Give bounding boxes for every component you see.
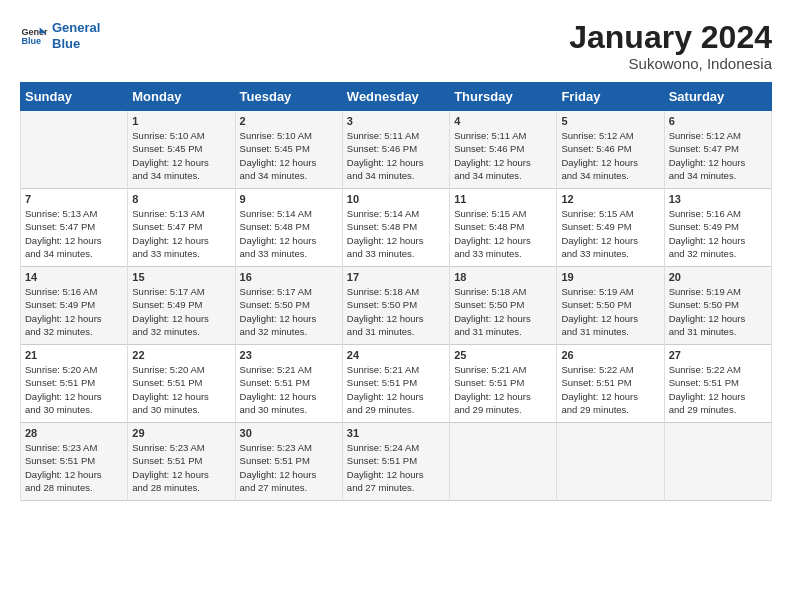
table-row: 5Sunrise: 5:12 AMSunset: 5:46 PMDaylight… <box>557 111 664 189</box>
table-row: 3Sunrise: 5:11 AMSunset: 5:46 PMDaylight… <box>342 111 449 189</box>
day-info: Sunrise: 5:21 AMSunset: 5:51 PMDaylight:… <box>454 363 552 416</box>
day-info: Sunrise: 5:11 AMSunset: 5:46 PMDaylight:… <box>454 129 552 182</box>
table-row: 30Sunrise: 5:23 AMSunset: 5:51 PMDayligh… <box>235 423 342 501</box>
day-info: Sunrise: 5:23 AMSunset: 5:51 PMDaylight:… <box>132 441 230 494</box>
col-tuesday: Tuesday <box>235 83 342 111</box>
table-row: 2Sunrise: 5:10 AMSunset: 5:45 PMDaylight… <box>235 111 342 189</box>
table-row: 16Sunrise: 5:17 AMSunset: 5:50 PMDayligh… <box>235 267 342 345</box>
table-row: 10Sunrise: 5:14 AMSunset: 5:48 PMDayligh… <box>342 189 449 267</box>
col-wednesday: Wednesday <box>342 83 449 111</box>
table-row: 19Sunrise: 5:19 AMSunset: 5:50 PMDayligh… <box>557 267 664 345</box>
day-info: Sunrise: 5:22 AMSunset: 5:51 PMDaylight:… <box>669 363 767 416</box>
table-row: 27Sunrise: 5:22 AMSunset: 5:51 PMDayligh… <box>664 345 771 423</box>
day-number: 31 <box>347 427 445 439</box>
day-number: 19 <box>561 271 659 283</box>
day-info: Sunrise: 5:21 AMSunset: 5:51 PMDaylight:… <box>240 363 338 416</box>
day-number: 13 <box>669 193 767 205</box>
day-info: Sunrise: 5:10 AMSunset: 5:45 PMDaylight:… <box>132 129 230 182</box>
day-number: 24 <box>347 349 445 361</box>
day-number: 29 <box>132 427 230 439</box>
table-row: 12Sunrise: 5:15 AMSunset: 5:49 PMDayligh… <box>557 189 664 267</box>
day-number: 11 <box>454 193 552 205</box>
day-info: Sunrise: 5:17 AMSunset: 5:49 PMDaylight:… <box>132 285 230 338</box>
day-info: Sunrise: 5:18 AMSunset: 5:50 PMDaylight:… <box>347 285 445 338</box>
day-number: 26 <box>561 349 659 361</box>
table-row <box>450 423 557 501</box>
col-saturday: Saturday <box>664 83 771 111</box>
day-info: Sunrise: 5:24 AMSunset: 5:51 PMDaylight:… <box>347 441 445 494</box>
table-row: 8Sunrise: 5:13 AMSunset: 5:47 PMDaylight… <box>128 189 235 267</box>
table-row: 31Sunrise: 5:24 AMSunset: 5:51 PMDayligh… <box>342 423 449 501</box>
day-number: 2 <box>240 115 338 127</box>
col-sunday: Sunday <box>21 83 128 111</box>
table-row: 25Sunrise: 5:21 AMSunset: 5:51 PMDayligh… <box>450 345 557 423</box>
logo-icon: General Blue <box>20 22 48 50</box>
logo-line1: General <box>52 20 100 35</box>
day-number: 4 <box>454 115 552 127</box>
page-container: General Blue General Blue January 2024 S… <box>0 0 792 511</box>
day-number: 30 <box>240 427 338 439</box>
day-info: Sunrise: 5:20 AMSunset: 5:51 PMDaylight:… <box>132 363 230 416</box>
table-row: 9Sunrise: 5:14 AMSunset: 5:48 PMDaylight… <box>235 189 342 267</box>
day-info: Sunrise: 5:16 AMSunset: 5:49 PMDaylight:… <box>25 285 123 338</box>
day-info: Sunrise: 5:21 AMSunset: 5:51 PMDaylight:… <box>347 363 445 416</box>
logo-text: General Blue <box>52 20 100 51</box>
day-info: Sunrise: 5:15 AMSunset: 5:48 PMDaylight:… <box>454 207 552 260</box>
calendar-table: Sunday Monday Tuesday Wednesday Thursday… <box>20 82 772 501</box>
day-info: Sunrise: 5:22 AMSunset: 5:51 PMDaylight:… <box>561 363 659 416</box>
table-row: 15Sunrise: 5:17 AMSunset: 5:49 PMDayligh… <box>128 267 235 345</box>
col-monday: Monday <box>128 83 235 111</box>
table-row: 29Sunrise: 5:23 AMSunset: 5:51 PMDayligh… <box>128 423 235 501</box>
table-row <box>557 423 664 501</box>
table-row: 1Sunrise: 5:10 AMSunset: 5:45 PMDaylight… <box>128 111 235 189</box>
day-number: 12 <box>561 193 659 205</box>
table-row: 23Sunrise: 5:21 AMSunset: 5:51 PMDayligh… <box>235 345 342 423</box>
day-number: 10 <box>347 193 445 205</box>
day-number: 7 <box>25 193 123 205</box>
calendar-week-row: 14Sunrise: 5:16 AMSunset: 5:49 PMDayligh… <box>21 267 772 345</box>
day-info: Sunrise: 5:13 AMSunset: 5:47 PMDaylight:… <box>132 207 230 260</box>
table-row: 6Sunrise: 5:12 AMSunset: 5:47 PMDaylight… <box>664 111 771 189</box>
day-number: 8 <box>132 193 230 205</box>
header: General Blue General Blue January 2024 S… <box>20 20 772 72</box>
header-row: Sunday Monday Tuesday Wednesday Thursday… <box>21 83 772 111</box>
day-number: 5 <box>561 115 659 127</box>
day-info: Sunrise: 5:18 AMSunset: 5:50 PMDaylight:… <box>454 285 552 338</box>
day-number: 27 <box>669 349 767 361</box>
table-row: 28Sunrise: 5:23 AMSunset: 5:51 PMDayligh… <box>21 423 128 501</box>
day-number: 3 <box>347 115 445 127</box>
day-info: Sunrise: 5:13 AMSunset: 5:47 PMDaylight:… <box>25 207 123 260</box>
day-info: Sunrise: 5:11 AMSunset: 5:46 PMDaylight:… <box>347 129 445 182</box>
day-number: 23 <box>240 349 338 361</box>
day-number: 20 <box>669 271 767 283</box>
day-number: 14 <box>25 271 123 283</box>
table-row: 22Sunrise: 5:20 AMSunset: 5:51 PMDayligh… <box>128 345 235 423</box>
day-info: Sunrise: 5:12 AMSunset: 5:46 PMDaylight:… <box>561 129 659 182</box>
day-number: 9 <box>240 193 338 205</box>
table-row: 13Sunrise: 5:16 AMSunset: 5:49 PMDayligh… <box>664 189 771 267</box>
table-row: 26Sunrise: 5:22 AMSunset: 5:51 PMDayligh… <box>557 345 664 423</box>
day-info: Sunrise: 5:14 AMSunset: 5:48 PMDaylight:… <box>240 207 338 260</box>
day-info: Sunrise: 5:23 AMSunset: 5:51 PMDaylight:… <box>25 441 123 494</box>
day-number: 6 <box>669 115 767 127</box>
month-title: January 2024 <box>569 20 772 55</box>
table-row <box>664 423 771 501</box>
table-row: 18Sunrise: 5:18 AMSunset: 5:50 PMDayligh… <box>450 267 557 345</box>
calendar-week-row: 28Sunrise: 5:23 AMSunset: 5:51 PMDayligh… <box>21 423 772 501</box>
day-number: 1 <box>132 115 230 127</box>
table-row <box>21 111 128 189</box>
day-number: 25 <box>454 349 552 361</box>
calendar-week-row: 1Sunrise: 5:10 AMSunset: 5:45 PMDaylight… <box>21 111 772 189</box>
table-row: 4Sunrise: 5:11 AMSunset: 5:46 PMDaylight… <box>450 111 557 189</box>
col-friday: Friday <box>557 83 664 111</box>
day-info: Sunrise: 5:16 AMSunset: 5:49 PMDaylight:… <box>669 207 767 260</box>
calendar-week-row: 21Sunrise: 5:20 AMSunset: 5:51 PMDayligh… <box>21 345 772 423</box>
col-thursday: Thursday <box>450 83 557 111</box>
day-info: Sunrise: 5:19 AMSunset: 5:50 PMDaylight:… <box>561 285 659 338</box>
day-number: 28 <box>25 427 123 439</box>
day-number: 21 <box>25 349 123 361</box>
title-block: January 2024 Sukowono, Indonesia <box>569 20 772 72</box>
day-number: 17 <box>347 271 445 283</box>
table-row: 14Sunrise: 5:16 AMSunset: 5:49 PMDayligh… <box>21 267 128 345</box>
subtitle: Sukowono, Indonesia <box>569 55 772 72</box>
